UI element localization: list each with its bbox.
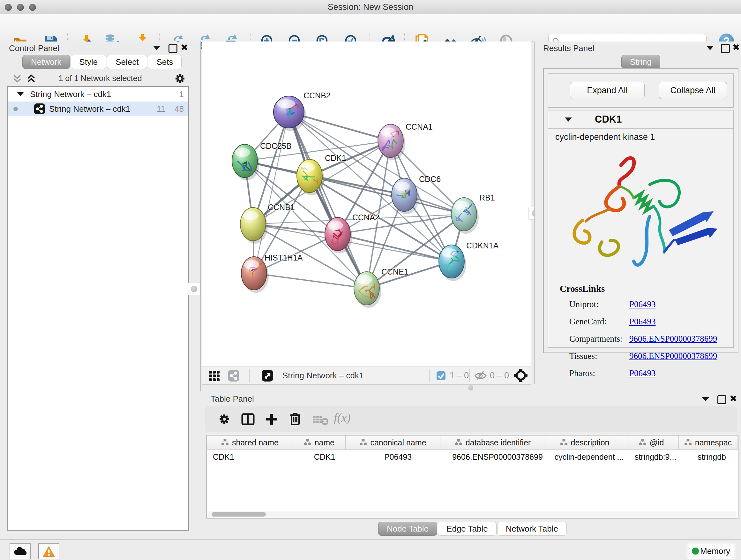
string-view-icon[interactable] bbox=[227, 370, 240, 383]
table-panel-float-icon[interactable] bbox=[718, 395, 726, 404]
edge-CCNB2-HIST1H1A[interactable] bbox=[254, 112, 289, 273]
protein-structure-image bbox=[554, 146, 733, 280]
toolbar-separator bbox=[469, 369, 470, 382]
node-gloss bbox=[442, 248, 457, 257]
crosslink-link[interactable]: P06493 bbox=[629, 300, 656, 309]
collapse-all-button[interactable]: Collapse All bbox=[659, 82, 727, 99]
control-panel-float-icon[interactable] bbox=[169, 44, 178, 53]
open-view-icon[interactable] bbox=[261, 370, 273, 383]
node-label-CCNB2: CCNB2 bbox=[304, 91, 331, 100]
edge-HIST1H1A-CCNE1[interactable] bbox=[254, 273, 367, 288]
tab-node-table[interactable]: Node Table bbox=[378, 522, 437, 536]
memory-button[interactable]: Memory bbox=[687, 543, 735, 559]
tab-string[interactable]: String bbox=[621, 55, 660, 69]
node-gloss bbox=[300, 163, 315, 172]
control-panel-tabs: NetworkStyleSelectSets bbox=[22, 55, 182, 69]
column-header-namespac[interactable]: namespac bbox=[679, 435, 738, 449]
network-graph[interactable]: CCNB2CCNA1CDC25BCDK1CDC6RB1CCNB1CCNA2CDK… bbox=[202, 42, 531, 367]
table-settings-gear-icon[interactable] bbox=[218, 413, 231, 427]
network-tree: String Network – cdk1 1 String Network –… bbox=[7, 86, 189, 531]
table-splitter-grip[interactable] bbox=[468, 385, 473, 390]
gene-section-header[interactable]: CDK1 bbox=[548, 111, 733, 129]
results-panel-close-icon[interactable]: ✖ bbox=[732, 44, 740, 52]
column-type-icon bbox=[560, 438, 568, 447]
gene-name: CDK1 bbox=[595, 111, 622, 128]
main-toolbar: ? bbox=[0, 14, 741, 42]
add-column-icon[interactable] bbox=[265, 413, 278, 427]
expand-all-button[interactable]: Expand All bbox=[570, 82, 645, 99]
column-header-shared-name[interactable]: shared name bbox=[207, 435, 293, 449]
column-header-name[interactable]: name bbox=[293, 435, 346, 449]
tab-network[interactable]: Network bbox=[22, 55, 70, 69]
tab-select[interactable]: Select bbox=[107, 55, 147, 69]
table-hscrollbar[interactable] bbox=[208, 511, 736, 517]
birdseye-icon[interactable] bbox=[514, 368, 528, 384]
table-cell[interactable]: 9606.ENSP00000378699 bbox=[445, 450, 550, 464]
column-type-icon bbox=[639, 438, 647, 447]
crosslink-link[interactable]: 9606.ENSP00000378699 bbox=[629, 334, 717, 344]
network-row[interactable]: String Network – cdk1 11 48 bbox=[8, 102, 188, 116]
crosslink-label: Uniprot: bbox=[569, 300, 599, 309]
tab-style[interactable]: Style bbox=[71, 55, 106, 69]
table-cell[interactable]: cyclin-dependent ... bbox=[550, 450, 628, 464]
node-label-RB1: RB1 bbox=[479, 193, 495, 202]
table-panel-close-icon[interactable]: ✖ bbox=[730, 395, 737, 403]
results-panel: Results Panel ✖ String Expand All Collap… bbox=[534, 42, 741, 384]
column-label: database identifier bbox=[466, 438, 531, 447]
network-collection-row[interactable]: String Network – cdk1 1 bbox=[8, 87, 188, 102]
collapse-triangle-icon[interactable] bbox=[17, 92, 23, 96]
window-title: Session: New Session bbox=[0, 0, 741, 14]
control-panel-menu-icon[interactable] bbox=[153, 46, 160, 50]
network-view-name: String Network – cdk1 bbox=[282, 367, 363, 384]
show-columns-icon[interactable] bbox=[241, 413, 255, 427]
warning-button[interactable] bbox=[38, 543, 59, 559]
column-label: shared name bbox=[232, 438, 279, 447]
column-header-canonical-name[interactable]: canonical name bbox=[346, 435, 441, 449]
network-view-toolbar: String Network – cdk1 1 – 0 0 – 0 bbox=[202, 367, 531, 385]
column-type-icon bbox=[304, 438, 312, 447]
edge-count: 48 bbox=[175, 102, 184, 116]
panel-splitter-grip[interactable] bbox=[188, 283, 200, 295]
gene-description: cyclin-dependent kinase 1 bbox=[555, 132, 655, 142]
control-panel-close-icon[interactable]: ✖ bbox=[181, 44, 188, 52]
table-cell[interactable]: stringdb:9... bbox=[628, 450, 683, 464]
node-gloss bbox=[243, 211, 259, 220]
memory-label: Memory bbox=[700, 546, 730, 556]
node-gloss bbox=[394, 181, 410, 191]
node-label-CDC25B: CDC25B bbox=[260, 141, 292, 150]
table-panel-menu-icon[interactable] bbox=[702, 397, 709, 401]
network-options-gear-icon[interactable] bbox=[174, 72, 186, 86]
grid-view-icon[interactable] bbox=[208, 370, 220, 383]
crosslink-link[interactable]: 9606.ENSP00000378699 bbox=[629, 351, 717, 361]
crosslink-label: GeneCard: bbox=[569, 317, 607, 327]
hidden-counts: 0 – 0 bbox=[490, 367, 509, 384]
table-row[interactable]: CDK1CDK1P064939606.ENSP00000378699cyclin… bbox=[207, 450, 738, 464]
crosslink-link[interactable]: P06493 bbox=[629, 368, 656, 378]
column-header-description[interactable]: description bbox=[545, 435, 624, 449]
expand-collapse-box: Expand All Collapse All bbox=[548, 73, 734, 108]
crosslink-row: Uniprot:P06493 bbox=[548, 300, 733, 317]
node-gloss bbox=[244, 260, 259, 269]
tab-edge-table[interactable]: Edge Table bbox=[438, 522, 496, 536]
cloud-button[interactable] bbox=[10, 543, 30, 559]
node-gloss bbox=[277, 99, 295, 108]
crosslink-link[interactable]: P06493 bbox=[629, 317, 656, 327]
node-label-HIST1H1A: HIST1H1A bbox=[265, 253, 303, 262]
table-cell[interactable]: P06493 bbox=[351, 450, 445, 464]
selected-checkbox-icon[interactable] bbox=[436, 371, 446, 382]
results-panel-menu-icon[interactable] bbox=[706, 46, 714, 50]
results-panel-float-icon[interactable] bbox=[721, 44, 730, 53]
section-collapse-icon[interactable] bbox=[565, 118, 572, 122]
column-header-database-identifier[interactable]: database identifier bbox=[441, 435, 545, 449]
string-app-icon bbox=[34, 103, 45, 119]
tab-sets[interactable]: Sets bbox=[148, 55, 182, 69]
network-canvas[interactable]: CCNB2CCNA1CDC25BCDK1CDC6RB1CCNB1CCNA2CDK… bbox=[202, 42, 531, 367]
table-cell[interactable]: CDK1 bbox=[298, 450, 351, 464]
gene-section: CDK1 cyclin-dependent kinase 1 bbox=[548, 110, 734, 348]
delete-column-trash-icon[interactable] bbox=[288, 412, 302, 427]
tab-network-table[interactable]: Network Table bbox=[497, 522, 567, 536]
table-cell[interactable]: stringdb bbox=[683, 450, 741, 464]
column-type-icon bbox=[455, 438, 462, 447]
column-header--id[interactable]: @id bbox=[624, 435, 679, 449]
table-cell[interactable]: CDK1 bbox=[207, 450, 298, 464]
